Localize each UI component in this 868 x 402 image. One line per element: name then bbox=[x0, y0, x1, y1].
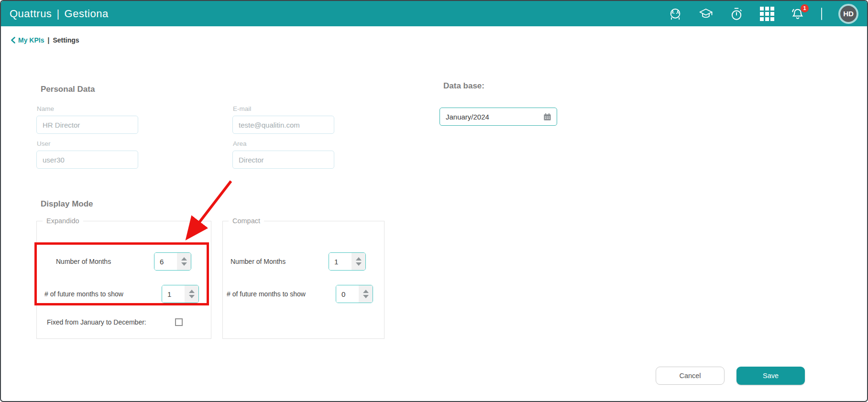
app-logo[interactable]: Quattrus | Gestiona bbox=[10, 8, 109, 20]
compact-months-stepper[interactable]: 1 bbox=[329, 252, 366, 271]
expanded-months-stepper[interactable]: 6 bbox=[154, 252, 191, 271]
fixed-jan-dec-label: Fixed from January to December: bbox=[47, 313, 146, 331]
expanded-future-spin-buttons[interactable] bbox=[185, 285, 198, 303]
spin-down-icon[interactable] bbox=[363, 295, 369, 298]
compact-future-spin-buttons[interactable] bbox=[359, 285, 373, 303]
user-field[interactable] bbox=[36, 151, 138, 169]
apps-grid-icon[interactable] bbox=[760, 7, 774, 21]
data-base-datepicker[interactable] bbox=[439, 108, 557, 126]
spin-down-icon[interactable] bbox=[189, 295, 195, 298]
save-button[interactable]: Save bbox=[736, 367, 805, 385]
display-mode-title: Display Mode bbox=[41, 199, 93, 209]
expanded-future-months-stepper[interactable]: 1 bbox=[162, 285, 199, 303]
spin-up-icon[interactable] bbox=[356, 257, 362, 261]
email-label: E-mail bbox=[233, 105, 251, 112]
top-navigation-bar: Quattrus | Gestiona bbox=[1, 1, 867, 26]
user-profile-icon[interactable] bbox=[668, 7, 682, 21]
spin-up-icon[interactable] bbox=[189, 290, 195, 293]
compact-months-value[interactable]: 1 bbox=[329, 253, 352, 270]
area-field[interactable] bbox=[232, 151, 334, 169]
compact-months-label: Number of Months bbox=[231, 252, 286, 271]
name-label: Name bbox=[37, 105, 54, 112]
cancel-button[interactable]: Cancel bbox=[656, 367, 725, 385]
breadcrumb-current: Settings bbox=[53, 36, 79, 44]
compact-future-months-value[interactable]: 0 bbox=[336, 285, 359, 303]
compact-months-spin-buttons[interactable] bbox=[352, 253, 365, 270]
user-avatar[interactable]: HD bbox=[838, 4, 858, 24]
personal-data-title: Personal Data bbox=[41, 85, 95, 94]
compact-future-months-stepper[interactable]: 0 bbox=[336, 285, 373, 303]
spin-up-icon[interactable] bbox=[181, 257, 187, 261]
email-field[interactable] bbox=[232, 116, 334, 134]
brand-primary: Quattrus bbox=[10, 8, 52, 20]
compact-mode-group: Compact Number of Months 1 # of future m… bbox=[222, 217, 385, 339]
expanded-future-months-label: # of future months to show bbox=[44, 285, 123, 303]
breadcrumb-back-link[interactable]: My KPIs bbox=[11, 36, 44, 44]
spin-down-icon[interactable] bbox=[181, 262, 187, 266]
fixed-jan-dec-checkbox[interactable] bbox=[175, 318, 183, 326]
chevron-left-icon bbox=[11, 37, 16, 43]
data-base-title: Data base: bbox=[443, 81, 484, 91]
compact-future-months-label: # of future months to show bbox=[227, 285, 306, 303]
spin-up-icon[interactable] bbox=[363, 290, 369, 293]
brand-secondary: Gestiona bbox=[65, 8, 109, 20]
expanded-future-months-value[interactable]: 1 bbox=[162, 285, 185, 303]
academy-graduation-cap-icon[interactable] bbox=[699, 7, 713, 21]
compact-mode-legend: Compact bbox=[229, 217, 264, 225]
timer-stopwatch-icon[interactable] bbox=[729, 7, 744, 21]
spin-down-icon[interactable] bbox=[356, 262, 362, 266]
breadcrumb-back-label: My KPIs bbox=[18, 36, 44, 44]
expanded-months-value[interactable]: 6 bbox=[154, 253, 177, 270]
area-label: Area bbox=[233, 140, 247, 147]
expanded-months-spin-buttons[interactable] bbox=[177, 253, 191, 270]
breadcrumb: My KPIs | Settings bbox=[11, 36, 79, 44]
user-label: User bbox=[37, 140, 51, 147]
calendar-icon[interactable] bbox=[543, 112, 552, 121]
expanded-mode-legend: Expandido bbox=[43, 217, 83, 225]
data-base-value[interactable] bbox=[446, 113, 543, 121]
header-divider bbox=[821, 8, 822, 20]
name-field[interactable] bbox=[36, 116, 138, 134]
notification-badge: 1 bbox=[801, 4, 809, 12]
notifications-button[interactable]: 1 bbox=[791, 7, 805, 21]
breadcrumb-separator: | bbox=[47, 36, 49, 44]
brand-separator: | bbox=[56, 8, 59, 20]
expanded-mode-group: Expandido Number of Months 6 # of future… bbox=[36, 217, 211, 339]
app-window: Quattrus | Gestiona bbox=[0, 0, 868, 402]
expanded-months-label: Number of Months bbox=[56, 252, 111, 271]
